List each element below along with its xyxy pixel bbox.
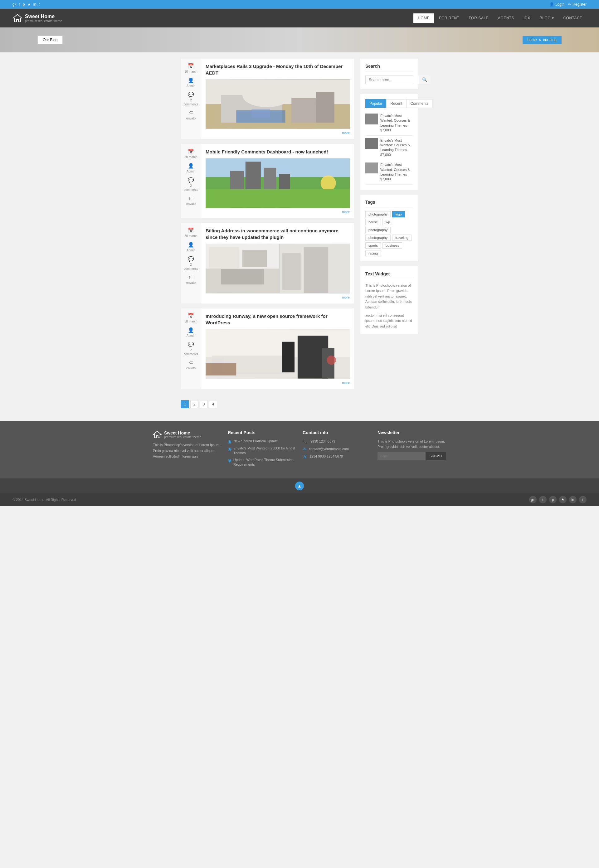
social-facebook[interactable]: f bbox=[39, 2, 40, 6]
content-area: 📅 30 march 👤 Admin 💬 2 comments 🏷 envato bbox=[181, 59, 418, 414]
svg-rect-33 bbox=[206, 363, 236, 375]
text-widget-para2: auctor, nisi elit consequat ipsum, nec s… bbox=[365, 313, 413, 329]
comment-icon: 💬 bbox=[188, 256, 194, 262]
nav-agents[interactable]: AGENTS bbox=[494, 14, 519, 23]
footer-post-text[interactable]: Update: WordPress Theme Submission Requi… bbox=[233, 458, 296, 467]
tag-photography-3[interactable]: photography bbox=[365, 234, 391, 241]
tag-racing[interactable]: racing bbox=[365, 250, 381, 256]
tag-wp[interactable]: wp bbox=[382, 219, 393, 225]
footer-bottom: © 2014 Sweet Home. All Rights Reserved g… bbox=[0, 493, 599, 506]
footer-contact-title: Contact info bbox=[303, 430, 371, 435]
footer-social-twitter[interactable]: t bbox=[539, 496, 546, 503]
nav-home[interactable]: HOME bbox=[413, 14, 434, 23]
meta-date: 📅 30 march bbox=[184, 313, 197, 323]
nav-blog[interactable]: BLOG ▾ bbox=[535, 14, 558, 23]
social-linkedin[interactable]: in bbox=[33, 2, 36, 6]
upload-icon[interactable]: ▲ bbox=[295, 482, 304, 490]
footer-recent-title: Recent Posts bbox=[228, 430, 296, 435]
page-4[interactable]: 4 bbox=[209, 400, 217, 408]
tag-photography-1[interactable]: photography bbox=[365, 211, 391, 218]
page-3[interactable]: 3 bbox=[200, 400, 208, 408]
footer-social-google[interactable]: g+ bbox=[529, 496, 537, 503]
tabs-row: Popular Recent Comments bbox=[365, 99, 413, 108]
svg-rect-8 bbox=[251, 109, 270, 118]
post-image bbox=[206, 79, 350, 129]
svg-rect-5 bbox=[291, 98, 316, 123]
search-input[interactable] bbox=[366, 75, 419, 84]
tab-popular[interactable]: Popular bbox=[365, 99, 386, 108]
post-tag: envato bbox=[186, 281, 196, 285]
living-image bbox=[206, 329, 350, 379]
svg-rect-25 bbox=[304, 247, 328, 293]
nav-contact[interactable]: CONTACT bbox=[559, 14, 587, 23]
contact-fax: 1234 9930 1234 5679 bbox=[310, 454, 343, 458]
popular-thumb bbox=[365, 114, 378, 125]
footer-social-linkedin[interactable]: in bbox=[569, 496, 576, 503]
more-link[interactable]: more bbox=[206, 381, 350, 384]
tag-logo[interactable]: logo bbox=[392, 211, 405, 218]
footer-logo: Sweet Home premium real estate theme bbox=[153, 430, 221, 439]
tag-business[interactable]: business bbox=[382, 242, 402, 249]
comment-icon: 💬 bbox=[188, 177, 194, 183]
kitchen-image bbox=[206, 243, 350, 293]
calendar-icon: 📅 bbox=[188, 227, 194, 233]
breadcrumb-current: our blog bbox=[543, 38, 557, 42]
breadcrumb-arrow: ➤ bbox=[539, 38, 541, 42]
post-meta: 📅 30 march 👤 Admin 💬 2 comments 🏷 envato bbox=[181, 223, 201, 303]
nav-for-rent[interactable]: FOR RENT bbox=[435, 14, 464, 23]
bullet-icon: ◉ bbox=[228, 458, 232, 463]
page-2[interactable]: 2 bbox=[190, 400, 199, 408]
tag-house[interactable]: house bbox=[365, 219, 381, 225]
post-author: Admin bbox=[187, 334, 195, 338]
meta-author: 👤 Admin bbox=[187, 327, 195, 338]
user-icon: 👤 bbox=[549, 2, 554, 6]
social-pinterest[interactable]: p bbox=[23, 2, 25, 6]
meta-date: 📅 30 march bbox=[184, 149, 197, 159]
top-bar: g+ t p ★ in f 👤 Login ✏ Register bbox=[0, 0, 599, 9]
tab-comments[interactable]: Comments bbox=[406, 99, 432, 108]
login-link[interactable]: 👤 Login bbox=[549, 2, 564, 6]
page-1[interactable]: 1 bbox=[181, 400, 189, 408]
post-title: Mobile Friendly Comments Dashboard - now… bbox=[206, 149, 350, 155]
breadcrumb-home[interactable]: home bbox=[528, 38, 537, 42]
search-button[interactable]: 🔍 bbox=[419, 75, 430, 84]
footer-social-facebook[interactable]: f bbox=[579, 496, 587, 503]
svg-rect-31 bbox=[282, 342, 295, 372]
newsletter-submit-button[interactable]: SUBMIT bbox=[426, 452, 446, 460]
register-link[interactable]: ✏ Register bbox=[568, 2, 587, 6]
social-google[interactable]: g+ bbox=[12, 2, 17, 6]
tag-sports[interactable]: sports bbox=[365, 242, 381, 249]
footer-post-item: ◉ New Search Platform Update bbox=[228, 439, 296, 444]
email-icon: ✉ bbox=[303, 446, 306, 451]
more-link[interactable]: more bbox=[206, 210, 350, 214]
footer-newsletter-col: Newsletter This is Photoshop's version o… bbox=[378, 430, 446, 469]
logo[interactable]: Sweet Home premium real estate theme bbox=[12, 13, 62, 23]
svg-marker-0 bbox=[13, 14, 22, 22]
svg-point-15 bbox=[321, 175, 336, 191]
buildings-image bbox=[206, 158, 350, 208]
nav-for-sale[interactable]: FOR SALE bbox=[464, 14, 493, 23]
svg-rect-20 bbox=[209, 247, 239, 269]
contact-phone: 9930 1234 5679 bbox=[310, 440, 336, 443]
our-blog-button[interactable]: Our Blog bbox=[38, 36, 63, 44]
footer-social-star[interactable]: ★ bbox=[559, 496, 567, 503]
social-star[interactable]: ★ bbox=[27, 2, 31, 6]
copyright-text: © 2014 Sweet Home. All Rights Reserved bbox=[12, 498, 76, 502]
more-link[interactable]: more bbox=[206, 131, 350, 135]
footer-post-text[interactable]: Envato's Most Wanted - 25000 for Ghost T… bbox=[233, 446, 296, 456]
meta-comments: 💬 2 comments bbox=[184, 177, 199, 192]
footer-social-pinterest[interactable]: p bbox=[549, 496, 557, 503]
post-tag: envato bbox=[186, 366, 196, 370]
text-widget-content: This is Photoshop's version of Lorem Ips… bbox=[365, 283, 413, 329]
footer-post-text[interactable]: New Search Platform Update bbox=[233, 439, 278, 443]
nav-idx[interactable]: IDX bbox=[519, 14, 535, 23]
tab-recent[interactable]: Recent bbox=[386, 99, 406, 108]
upload-icon-container: ▲ bbox=[3, 482, 596, 490]
more-link[interactable]: more bbox=[206, 295, 350, 299]
meta-author: 👤 Admin bbox=[187, 242, 195, 252]
tag-traveling[interactable]: traveling bbox=[392, 234, 411, 241]
newsletter-email-input[interactable] bbox=[378, 452, 426, 460]
social-twitter[interactable]: t bbox=[20, 2, 20, 6]
nav-bar: Sweet Home premium real estate theme HOM… bbox=[0, 9, 599, 27]
tag-photography-2[interactable]: photography bbox=[365, 227, 391, 233]
